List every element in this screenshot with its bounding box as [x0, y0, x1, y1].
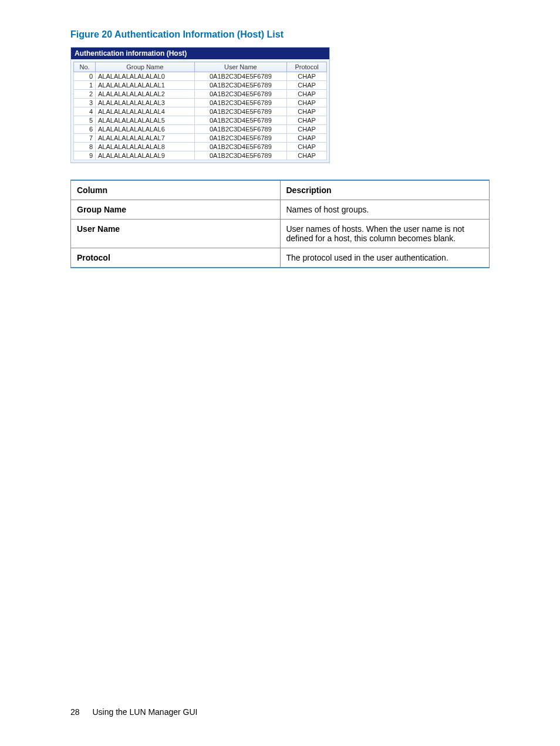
- table-row[interactable]: 2ALALALALALALALAL20A1B2C3D4E5F6789CHAP: [74, 90, 327, 99]
- cell-protocol: CHAP: [287, 90, 327, 99]
- auth-col-no[interactable]: No.: [74, 62, 96, 72]
- table-row: Group NameNames of host groups.: [71, 200, 490, 220]
- table-row[interactable]: 4ALALALALALALALAL40A1B2C3D4E5F6789CHAP: [74, 107, 327, 116]
- cell-group: ALALALALALALALAL7: [96, 134, 195, 143]
- cell-group: ALALALALALALALAL0: [96, 72, 195, 81]
- cell-user: 0A1B2C3D4E5F6789: [194, 99, 287, 107]
- desc-header-column: Column: [71, 180, 281, 200]
- cell-user: 0A1B2C3D4E5F6789: [194, 116, 287, 125]
- cell-protocol: CHAP: [287, 134, 327, 143]
- auth-col-group[interactable]: Group Name: [96, 62, 195, 72]
- cell-no: 8: [74, 143, 96, 151]
- cell-group: ALALALALALALALAL6: [96, 125, 195, 134]
- cell-group: ALALALALALALALAL4: [96, 107, 195, 116]
- page-footer: 28 Using the LUN Manager GUI: [70, 707, 197, 717]
- desc-col-text: User names of hosts. When the user name …: [280, 220, 490, 248]
- description-table: Column Description Group NameNames of ho…: [70, 180, 490, 268]
- table-row[interactable]: 1ALALALALALALALAL10A1B2C3D4E5F6789CHAP: [74, 81, 327, 90]
- cell-no: 2: [74, 90, 96, 99]
- table-row[interactable]: 6ALALALALALALALAL60A1B2C3D4E5F6789CHAP: [74, 125, 327, 134]
- cell-no: 6: [74, 125, 96, 134]
- desc-col-text: Names of host groups.: [280, 200, 490, 220]
- table-row[interactable]: 7ALALALALALALALAL70A1B2C3D4E5F6789CHAP: [74, 134, 327, 143]
- cell-user: 0A1B2C3D4E5F6789: [194, 125, 287, 134]
- cell-no: 5: [74, 116, 96, 125]
- cell-user: 0A1B2C3D4E5F6789: [194, 134, 287, 143]
- table-row[interactable]: 9ALALALALALALALAL90A1B2C3D4E5F6789CHAP: [74, 151, 327, 160]
- cell-user: 0A1B2C3D4E5F6789: [194, 81, 287, 90]
- cell-no: 3: [74, 99, 96, 107]
- cell-protocol: CHAP: [287, 72, 327, 81]
- cell-no: 7: [74, 134, 96, 143]
- cell-protocol: CHAP: [287, 81, 327, 90]
- auth-col-user[interactable]: User Name: [194, 62, 287, 72]
- auth-table-header-row: No. Group Name User Name Protocol: [74, 62, 327, 72]
- cell-no: 4: [74, 107, 96, 116]
- cell-user: 0A1B2C3D4E5F6789: [194, 72, 287, 81]
- desc-col-name: User Name: [71, 220, 281, 248]
- auth-panel-body: No. Group Name User Name Protocol 0ALALA…: [71, 59, 329, 163]
- auth-table: No. Group Name User Name Protocol 0ALALA…: [73, 62, 327, 160]
- cell-user: 0A1B2C3D4E5F6789: [194, 143, 287, 151]
- table-row[interactable]: 0ALALALALALALALAL00A1B2C3D4E5F6789CHAP: [74, 72, 327, 81]
- cell-group: ALALALALALALALAL9: [96, 151, 195, 160]
- cell-user: 0A1B2C3D4E5F6789: [194, 151, 287, 160]
- cell-protocol: CHAP: [287, 143, 327, 151]
- desc-header-row: Column Description: [71, 180, 490, 200]
- auth-col-protocol[interactable]: Protocol: [287, 62, 327, 72]
- cell-protocol: CHAP: [287, 116, 327, 125]
- cell-group: ALALALALALALALAL2: [96, 90, 195, 99]
- auth-panel-title: Authentication information (Host): [71, 48, 329, 59]
- cell-group: ALALALALALALALAL3: [96, 99, 195, 107]
- cell-group: ALALALALALALALAL1: [96, 81, 195, 90]
- table-row[interactable]: 8ALALALALALALALAL80A1B2C3D4E5F6789CHAP: [74, 143, 327, 151]
- desc-col-name: Group Name: [71, 200, 281, 220]
- cell-no: 9: [74, 151, 96, 160]
- footer-section: Using the LUN Manager GUI: [92, 707, 197, 717]
- auth-info-panel: Authentication information (Host) No. Gr…: [70, 47, 330, 163]
- table-row[interactable]: 3ALALALALALALALAL30A1B2C3D4E5F6789CHAP: [74, 99, 327, 107]
- cell-protocol: CHAP: [287, 151, 327, 160]
- figure-caption: Figure 20 Authentication Information (Ho…: [70, 29, 490, 40]
- cell-protocol: CHAP: [287, 107, 327, 116]
- cell-group: ALALALALALALALAL5: [96, 116, 195, 125]
- cell-group: ALALALALALALALAL8: [96, 143, 195, 151]
- desc-col-name: Protocol: [71, 248, 281, 268]
- table-row[interactable]: 5ALALALALALALALAL50A1B2C3D4E5F6789CHAP: [74, 116, 327, 125]
- cell-protocol: CHAP: [287, 99, 327, 107]
- desc-col-text: The protocol used in the user authentica…: [280, 248, 490, 268]
- table-row: User NameUser names of hosts. When the u…: [71, 220, 490, 248]
- cell-user: 0A1B2C3D4E5F6789: [194, 90, 287, 99]
- cell-no: 1: [74, 81, 96, 90]
- cell-protocol: CHAP: [287, 125, 327, 134]
- desc-header-description: Description: [280, 180, 490, 200]
- cell-no: 0: [74, 72, 96, 81]
- table-row: ProtocolThe protocol used in the user au…: [71, 248, 490, 268]
- page-number: 28: [70, 707, 80, 717]
- cell-user: 0A1B2C3D4E5F6789: [194, 107, 287, 116]
